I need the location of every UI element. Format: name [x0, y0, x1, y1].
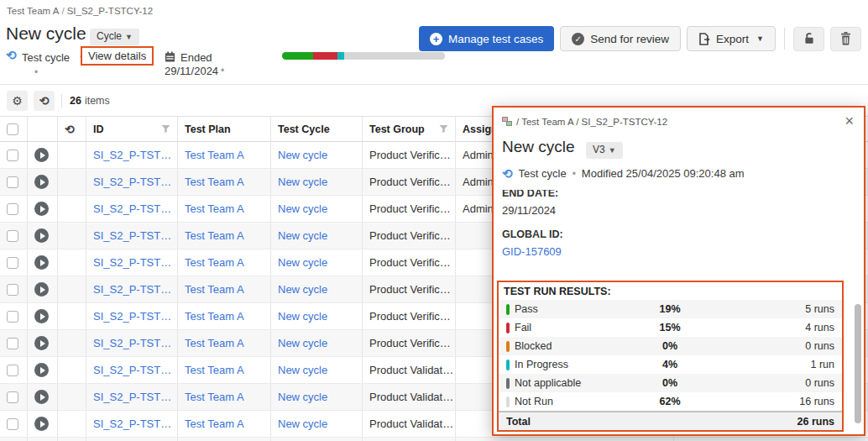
run-id-link[interactable]: SI_S2_P-TST…: [93, 310, 171, 323]
test-cycle-link[interactable]: New cycle: [278, 310, 327, 323]
run-id-link[interactable]: SI_S2_P-TST…: [93, 176, 171, 188]
test-plan-link[interactable]: Test Team A: [185, 229, 244, 242]
cell-id: SI_S2_P-TST…: [86, 196, 178, 222]
row-checkbox[interactable]: [7, 391, 18, 403]
run-id-link[interactable]: SI_S2_P-TST…: [93, 283, 171, 296]
play-run-button[interactable]: [34, 363, 49, 377]
cell-cycle: New cycle: [271, 330, 363, 356]
run-id-link[interactable]: SI_S2_P-TST…: [93, 391, 171, 403]
test-plan-link[interactable]: Test Team A: [185, 364, 244, 376]
export-button[interactable]: Export ▼: [687, 26, 776, 51]
table-refresh-button[interactable]: ⟲: [34, 91, 55, 111]
view-details-button[interactable]: View details: [81, 46, 154, 66]
test-cycle-link[interactable]: New cycle: [278, 283, 327, 296]
cell-group: Product Validat…: [363, 384, 456, 410]
cell-id: SI_S2_P-TST…: [86, 384, 178, 410]
cell-cycle: New cycle: [271, 411, 363, 437]
panel-entity-type: Test cycle: [519, 167, 567, 180]
end-date-label: END DATE:: [502, 190, 842, 199]
test-plan-link[interactable]: Test Team A: [185, 176, 244, 188]
table-settings-button[interactable]: ⚙: [7, 91, 28, 111]
row-checkbox[interactable]: [7, 284, 18, 296]
run-id-link[interactable]: SI_S2_P-TST…: [93, 149, 171, 161]
row-checkbox[interactable]: [7, 311, 18, 323]
run-id-link[interactable]: SI_S2_P-TST…: [93, 337, 171, 349]
status-percent: 4%: [639, 359, 701, 370]
row-checkbox[interactable]: [7, 203, 18, 215]
cell-cycle: New cycle: [271, 249, 363, 276]
row-checkbox[interactable]: [7, 150, 18, 161]
test-plan-link[interactable]: Test Team A: [185, 202, 244, 215]
test-run-results-section: TEST RUN RESULTS: Pass19%5 runsFail15%4 …: [497, 281, 844, 432]
header-id[interactable]: ID: [86, 117, 178, 141]
results-title: TEST RUN RESULTS:: [499, 282, 842, 300]
version-dropdown[interactable]: V3▼: [586, 142, 623, 159]
manage-test-cases-button[interactable]: + Manage test cases: [419, 26, 554, 51]
cell-group: Product Validat…: [363, 438, 456, 441]
delete-button[interactable]: [830, 27, 861, 51]
run-id-link[interactable]: SI_S2_P-TST…: [93, 256, 171, 269]
test-cycle-link[interactable]: New cycle: [278, 149, 327, 161]
select-all-checkbox[interactable]: [7, 123, 18, 135]
test-plan-link[interactable]: Test Team A: [185, 310, 244, 323]
run-id-link[interactable]: SI_S2_P-TST…: [93, 364, 171, 376]
cell-assignee: [456, 438, 674, 441]
ended-label: Ended: [180, 51, 212, 64]
play-run-button[interactable]: [34, 255, 49, 270]
test-cycle-link[interactable]: New cycle: [278, 364, 327, 376]
row-checkbox[interactable]: [7, 338, 18, 349]
lock-button[interactable]: [793, 27, 824, 51]
play-run-button[interactable]: [34, 148, 49, 162]
test-plan-link[interactable]: Test Team A: [185, 337, 244, 349]
test-cycle-link[interactable]: New cycle: [278, 391, 327, 403]
row-checkbox[interactable]: [7, 365, 18, 376]
header-test-cycle[interactable]: Test Cycle: [271, 117, 363, 141]
breadcrumb: Test Team A/SI_S2_P-TSTCY-12: [7, 6, 153, 16]
test-cycle-link[interactable]: New cycle: [278, 176, 327, 188]
run-id-link[interactable]: SI_S2_P-TST…: [93, 202, 171, 215]
status-color-chip: [506, 323, 510, 333]
row-checkbox[interactable]: [7, 418, 18, 430]
global-id-link[interactable]: GID-157609: [502, 245, 562, 258]
play-run-button[interactable]: [34, 390, 49, 404]
sync-icon: ⟲: [6, 50, 17, 61]
play-run-button[interactable]: [34, 175, 49, 189]
filter-icon[interactable]: [439, 124, 448, 134]
breadcrumb-project[interactable]: Test Team A: [7, 6, 59, 16]
test-cycle-link[interactable]: New cycle: [278, 229, 327, 242]
row-checkbox[interactable]: [7, 257, 18, 269]
cycle-type-dropdown[interactable]: Cycle▼: [90, 29, 139, 45]
test-plan-link[interactable]: Test Team A: [185, 256, 244, 269]
row-checkbox[interactable]: [7, 230, 18, 242]
test-cycle-link[interactable]: New cycle: [278, 202, 327, 215]
test-plan-link[interactable]: Test Team A: [185, 417, 244, 430]
test-cycle-link[interactable]: New cycle: [278, 337, 327, 349]
play-run-button[interactable]: [34, 309, 49, 323]
run-id-link[interactable]: SI_S2_P-TST…: [93, 417, 171, 430]
test-cycle-link[interactable]: New cycle: [278, 256, 327, 269]
test-plan-link[interactable]: Test Team A: [185, 391, 244, 403]
play-run-button[interactable]: [34, 336, 49, 350]
row-checkbox[interactable]: [7, 176, 18, 188]
close-icon[interactable]: ×: [844, 113, 854, 130]
run-id-link[interactable]: SI_S2_P-TST…: [93, 229, 171, 242]
test-plan-link[interactable]: Test Team A: [185, 149, 244, 161]
test-cycle-link[interactable]: New cycle: [278, 417, 327, 430]
play-run-button[interactable]: [34, 417, 49, 431]
page-title: New cycle: [6, 24, 86, 44]
filter-icon[interactable]: [161, 124, 170, 134]
test-plan-link[interactable]: Test Team A: [185, 283, 244, 296]
cell-plan: Test Team A: [178, 330, 271, 356]
end-date-value: 29/11/2024: [502, 204, 842, 217]
header-test-plan[interactable]: Test Plan: [178, 117, 271, 141]
panel-scrollbar-thumb[interactable]: [855, 304, 861, 423]
send-for-review-button[interactable]: ✓ Send for review: [560, 26, 681, 51]
cell-group: Product Verific…: [363, 169, 456, 195]
play-run-button[interactable]: [34, 228, 49, 243]
dot-separator: •: [573, 168, 576, 180]
result-row-fail: Fail15%4 runs: [499, 318, 842, 337]
cell-plan: Test Team A: [178, 384, 271, 410]
play-run-button[interactable]: [34, 282, 49, 297]
header-test-group[interactable]: Test Group: [363, 117, 456, 141]
play-run-button[interactable]: [34, 202, 49, 216]
